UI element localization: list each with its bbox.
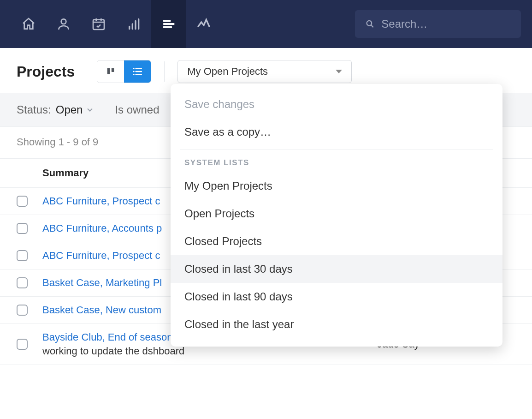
chevron-down-icon	[85, 105, 95, 114]
person-icon	[56, 17, 71, 31]
calendar-check-icon	[91, 17, 106, 31]
filter-status[interactable]: Status: Open	[17, 103, 95, 116]
row-subtext: working to update the dshboard	[42, 345, 377, 357]
row-checkbox[interactable]	[17, 250, 28, 261]
dropdown-save-copy[interactable]: Save as a copy…	[171, 118, 502, 146]
search-box[interactable]	[355, 10, 521, 38]
row-checkbox[interactable]	[17, 223, 28, 234]
spark-icon	[196, 17, 211, 31]
nav-home[interactable]	[11, 0, 46, 48]
search-input[interactable]	[381, 18, 511, 30]
search-wrap	[355, 10, 521, 38]
svg-rect-3	[107, 68, 110, 74]
page-title: Projects	[17, 63, 75, 80]
svg-point-0	[61, 19, 66, 24]
bars-icon	[126, 17, 141, 31]
dropdown-list-item[interactable]: Closed in the last year	[171, 311, 502, 338]
board-icon	[106, 66, 116, 77]
filter-status-label: Status:	[17, 103, 51, 116]
list-icon	[161, 17, 176, 31]
divider	[164, 61, 165, 82]
nav-projects[interactable]	[151, 0, 186, 48]
filter-select[interactable]: My Open Projects	[177, 60, 352, 83]
view-board-button[interactable]	[97, 60, 124, 83]
view-list-button[interactable]	[124, 60, 151, 83]
svg-rect-4	[112, 68, 114, 72]
dropdown-list-item[interactable]: My Open Projects	[171, 172, 502, 200]
filter-dropdown: Save changes Save as a copy… SYSTEM LIST…	[171, 84, 502, 347]
nav-activity[interactable]	[186, 0, 221, 48]
dropdown-section-heading: SYSTEM LISTS	[171, 155, 502, 172]
search-icon	[365, 18, 375, 30]
row-checkbox[interactable]	[17, 277, 28, 288]
row-checkbox[interactable]	[17, 196, 28, 207]
home-icon	[21, 17, 36, 31]
divider	[180, 150, 493, 150]
nav-icons	[11, 0, 221, 48]
chevron-down-icon	[336, 70, 342, 73]
svg-rect-1	[93, 20, 104, 30]
filter-select-label: My Open Projects	[187, 66, 268, 78]
svg-point-2	[367, 21, 372, 26]
filter-owned-label: Is owned	[115, 103, 159, 116]
dropdown-save-changes: Save changes	[171, 90, 502, 118]
filter-owned[interactable]: Is owned	[115, 103, 159, 116]
dropdown-list-item[interactable]: Closed in last 30 days	[171, 255, 502, 283]
list-view-icon	[131, 66, 143, 78]
row-checkbox[interactable]	[17, 339, 28, 350]
nav-contacts[interactable]	[46, 0, 81, 48]
view-toggle	[97, 60, 151, 83]
nav-calendar[interactable]	[81, 0, 116, 48]
nav-reports[interactable]	[116, 0, 151, 48]
top-navbar	[0, 0, 532, 48]
dropdown-list-item[interactable]: Open Projects	[171, 200, 502, 227]
filter-status-value: Open	[56, 103, 83, 116]
row-checkbox[interactable]	[17, 305, 28, 316]
dropdown-list-item[interactable]: Closed in last 90 days	[171, 283, 502, 311]
dropdown-list-item[interactable]: Closed Projects	[171, 227, 502, 255]
